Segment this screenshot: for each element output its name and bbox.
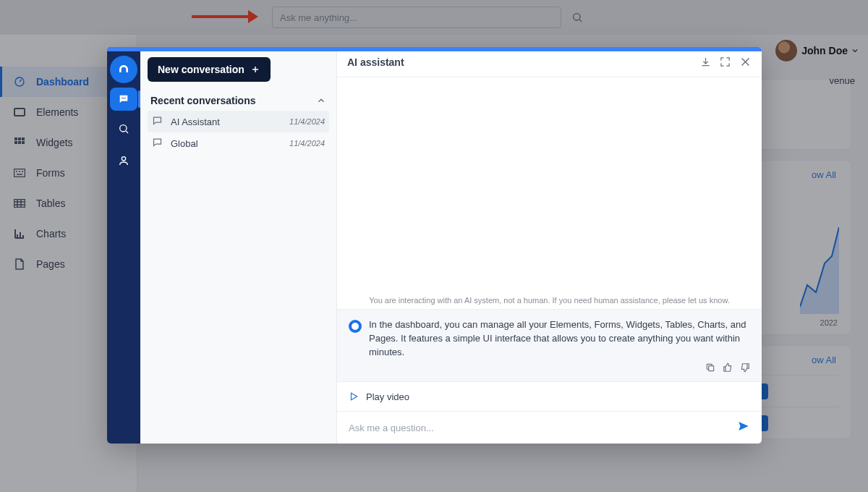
chat-bubble-icon <box>152 137 165 150</box>
chat-scroll-area[interactable]: You are interacting with an AI system, n… <box>337 77 762 309</box>
ai-assistant-modal: New conversation Recent conversations AI… <box>107 47 762 444</box>
chat-input[interactable] <box>349 423 737 433</box>
play-video-row[interactable]: Play video <box>337 381 762 412</box>
chat-title: AI assistant <box>347 56 404 68</box>
assistant-avatar-icon <box>349 320 362 333</box>
chat-input-row <box>337 412 762 444</box>
rail-search-icon[interactable] <box>110 115 137 143</box>
send-icon[interactable] <box>737 420 750 436</box>
recent-conversations-header[interactable]: Recent conversations <box>148 95 329 106</box>
play-icon <box>349 391 359 402</box>
chat-bubble-icon <box>152 115 165 128</box>
conversation-date: 11/4/2024 <box>289 117 325 126</box>
ai-disclaimer: You are interacting with an AI system, n… <box>337 296 762 305</box>
chat-header: AI assistant <box>337 47 762 77</box>
message-text: In the dashboard, you can manage all you… <box>369 318 750 360</box>
chat-panel: AI assistant You are interacting with an… <box>337 47 762 444</box>
modal-accent-bar <box>107 47 762 51</box>
thumbs-up-icon[interactable] <box>723 362 733 376</box>
svg-point-26 <box>124 98 126 99</box>
modal-rail <box>107 47 140 444</box>
svg-line-28 <box>126 131 128 133</box>
plus-icon <box>250 64 260 75</box>
svg-point-25 <box>123 98 124 99</box>
svg-point-27 <box>120 125 127 132</box>
rail-user-icon[interactable] <box>110 147 137 174</box>
close-icon[interactable] <box>739 56 752 68</box>
chevron-up-icon <box>316 96 326 106</box>
rail-chat-icon[interactable] <box>110 88 137 111</box>
new-conversation-button[interactable]: New conversation <box>148 57 271 82</box>
svg-point-24 <box>122 98 123 99</box>
assistant-message: In the dashboard, you can manage all you… <box>337 309 762 381</box>
conversation-item[interactable]: AI Assistant 11/4/2024 <box>148 111 329 132</box>
conversation-date: 11/4/2024 <box>289 139 325 148</box>
minimize-icon[interactable] <box>720 56 731 68</box>
app-logo-icon[interactable] <box>110 56 137 83</box>
conversations-panel: New conversation Recent conversations AI… <box>140 47 337 444</box>
conversation-label: AI Assistant <box>171 116 220 127</box>
copy-icon[interactable] <box>705 362 715 376</box>
thumbs-down-icon[interactable] <box>740 362 750 376</box>
svg-marker-35 <box>352 393 357 399</box>
svg-rect-34 <box>709 366 714 371</box>
conversation-item[interactable]: Global 11/4/2024 <box>148 132 329 154</box>
new-conversation-label: New conversation <box>158 64 244 75</box>
download-icon[interactable] <box>700 56 711 68</box>
svg-point-29 <box>122 157 125 161</box>
play-video-label: Play video <box>366 391 409 402</box>
conversation-label: Global <box>171 138 198 149</box>
